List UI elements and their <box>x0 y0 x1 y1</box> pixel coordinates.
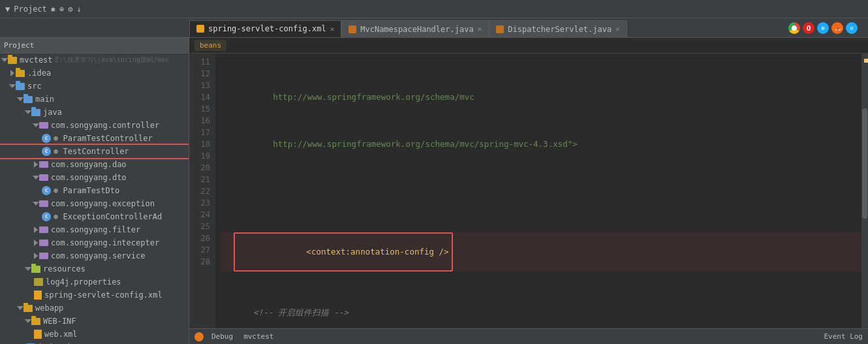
label-dto-pkg: com.songyang.dto <box>51 173 127 182</box>
label-testcontroller: ⊛ TestController <box>54 147 129 156</box>
tree-item-java[interactable]: java <box>0 106 189 119</box>
tree-item-controller-pkg[interactable]: com.songyang.controller <box>0 119 189 132</box>
tab-label-dispatcher: DispatcherServlet.java <box>508 25 612 34</box>
app-label[interactable]: mvctest <box>241 332 276 341</box>
main-area: Project mvctest E:\技术学习\java\spring源码/mv… <box>0 38 868 344</box>
tree-item-exceptioncontroller[interactable]: C ⊛ ExceptionControllerAd <box>0 210 189 223</box>
package-icon-exception <box>39 200 48 207</box>
package-icon-service <box>39 253 48 259</box>
tab-icon-xml <box>196 25 204 33</box>
tab-mvc-namespace[interactable]: MvcNamespaceHandler.java ✕ <box>341 20 489 37</box>
tree-item-paramtestcontroller[interactable]: C ⊛ ParamTestController <box>0 132 189 145</box>
debug-label[interactable]: Debug <box>209 332 236 341</box>
opera-icon[interactable]: O <box>803 22 814 34</box>
tree-item-intercepter-pkg[interactable]: com.songyang.intecepter <box>0 236 189 249</box>
code-line-12: http://www.springframework.org/schema/mv… <box>221 138 861 150</box>
folder-icon-main <box>23 96 33 103</box>
code-content[interactable]: http://www.springframework.org/schema/mv… <box>215 54 861 328</box>
tri-service <box>34 253 38 259</box>
tab-bar: spring-servlet-config.xml ✕ MvcNamespace… <box>0 18 868 38</box>
tree-item-resources[interactable]: resources <box>0 262 189 275</box>
tri-exception <box>33 202 39 206</box>
tree-item-webxml[interactable]: web.xml <box>0 328 189 341</box>
label-exception-pkg: com.songyang.exception <box>51 199 155 208</box>
tri-dao <box>34 161 38 168</box>
tree-item-webapp[interactable]: webapp <box>0 302 189 315</box>
close-tab-dispatcher[interactable]: ✕ <box>615 25 620 33</box>
editor-scrollbar[interactable] <box>861 54 868 328</box>
breadcrumb-beans[interactable]: beans <box>194 40 226 51</box>
title-icon-2[interactable]: ⊕ <box>59 5 64 14</box>
tree-item-testcontroller[interactable]: C ⊛ TestController <box>0 145 189 158</box>
code-editor: 11 12 13 14 15 16 17 18 19 20 21 22 23 2… <box>189 54 868 328</box>
tree-item-dao-pkg[interactable]: com.songyang.dao <box>0 158 189 171</box>
folder-icon-webapp <box>23 305 33 312</box>
title-icon-4[interactable]: ↓ <box>77 5 82 14</box>
package-icon-dao <box>39 161 48 168</box>
tab-icon-java-mvc <box>349 25 356 33</box>
package-icon-filter <box>39 227 48 233</box>
tri-controller <box>33 123 39 127</box>
code-line-15: <!-- 开启组件扫描 --> <box>221 307 861 319</box>
tri-idea <box>10 70 14 76</box>
tree-item-exception-pkg[interactable]: com.songyang.exception <box>0 197 189 210</box>
label-log4j: log4j.properties <box>46 277 121 287</box>
debug-icon <box>194 332 204 341</box>
tree-item-indexjsp[interactable]: index.jsp <box>0 341 189 344</box>
ie-icon[interactable]: e <box>817 22 829 34</box>
ctrl-icon-test: C <box>42 147 51 156</box>
code-line-11: http://www.springframework.org/schema/mv… <box>221 91 861 103</box>
browser-icons-area: O e 🦊 e <box>788 22 858 34</box>
label-controller-pkg: com.songyang.controller <box>51 121 159 130</box>
tri-src <box>9 84 16 88</box>
close-tab-mvc[interactable]: ✕ <box>478 25 482 33</box>
project-icon: ▼ <box>5 5 10 14</box>
tree-item-src[interactable]: src <box>0 80 189 93</box>
file-icon-log4j <box>34 278 43 286</box>
folder-icon-mvctest <box>8 57 17 64</box>
folder-icon-idea <box>16 70 25 77</box>
close-tab-spring[interactable]: ✕ <box>330 25 335 33</box>
edge-icon[interactable]: e <box>846 22 858 34</box>
label-spring-servlet: spring-servlet-config.xml <box>44 290 163 300</box>
tri-java <box>25 110 31 114</box>
title-icon-3[interactable]: ⚙ <box>68 5 72 14</box>
sidebar: Project mvctest E:\技术学习\java\spring源码/mv… <box>0 38 189 344</box>
tree-item-paramtestdto[interactable]: C ⊛ ParamTestDto <box>0 184 189 197</box>
tree-item-spring-servlet[interactable]: spring-servlet-config.xml <box>0 289 189 302</box>
label-paramtestcontroller: ⊛ ParamTestController <box>54 134 153 143</box>
tree-item-service-pkg[interactable]: com.songyang.service <box>0 249 189 262</box>
tab-dispatcher[interactable]: DispatcherServlet.java ✕ <box>489 20 627 37</box>
ctrl-icon-dto: C <box>42 186 51 195</box>
xml-icon-spring-servlet <box>34 290 42 300</box>
code-line-13 <box>221 185 861 197</box>
label-idea: .idea <box>27 69 51 78</box>
event-log-btn[interactable]: Event Log <box>824 332 863 341</box>
tree-item-filter-pkg[interactable]: com.songyang.filter <box>0 223 189 236</box>
project-tree-label: Project <box>4 41 34 50</box>
title-bar: ▼ Project ✱ ⊕ ⚙ ↓ <box>0 0 868 18</box>
scrollbar-thumb <box>862 108 867 218</box>
tree-item-main[interactable]: main <box>0 93 189 106</box>
label-service-pkg: com.songyang.service <box>51 251 146 260</box>
tree-item-webinf[interactable]: WEB-INF <box>0 315 189 328</box>
tree-item-log4j[interactable]: log4j.properties <box>0 275 189 289</box>
title-icon-1[interactable]: ✱ <box>51 5 55 14</box>
firefox-icon[interactable]: 🦊 <box>831 22 843 34</box>
label-main: main <box>35 95 54 104</box>
code-line-14: <context:annotation-config /> <box>221 232 861 272</box>
tree-item-dto-pkg[interactable]: com.songyang.dto <box>0 171 189 184</box>
tree-item-idea[interactable]: .idea <box>0 67 189 80</box>
ctrl-icon-param: C <box>42 134 51 143</box>
folder-icon-java <box>31 109 40 116</box>
label-exceptioncontroller: ⊛ ExceptionControllerAd <box>54 212 162 221</box>
tab-label-spring: spring-servlet-config.xml <box>208 24 326 33</box>
tree-item-mvctest[interactable]: mvctest E:\技术学习\java\spring源码/mvc <box>0 54 189 67</box>
tab-spring-servlet-config[interactable]: spring-servlet-config.xml ✕ <box>189 20 341 37</box>
package-icon-intercepter <box>39 240 48 246</box>
folder-icon-webinf <box>31 318 40 325</box>
label-java: java <box>43 108 62 117</box>
chrome-icon[interactable] <box>788 22 800 34</box>
tri-main <box>17 97 23 101</box>
ctrl-icon-exception: C <box>42 212 51 221</box>
